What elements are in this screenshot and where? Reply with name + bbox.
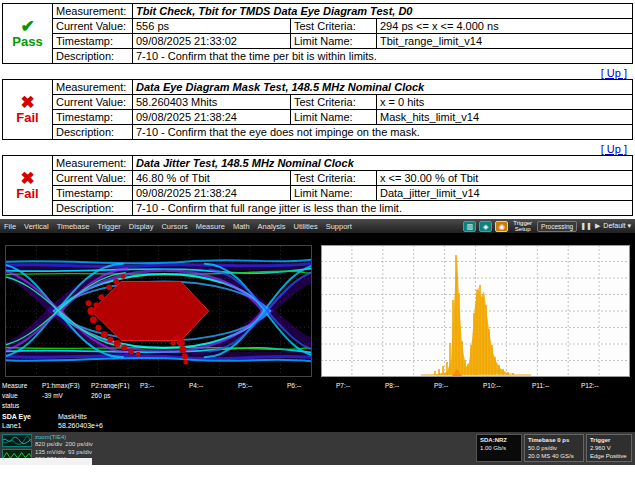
- measure-column-header[interactable]: P6:--: [287, 382, 336, 389]
- measure-column-header[interactable]: P5:--: [238, 382, 287, 389]
- limit-name: Mask_hits_limit_v14: [377, 110, 633, 125]
- menu-item[interactable]: Math: [229, 222, 254, 231]
- pause-icon[interactable]: ❚❚: [580, 222, 592, 230]
- measure-column-header[interactable]: P12:--: [581, 382, 630, 389]
- waveform-icon[interactable]: ◈: [479, 221, 492, 232]
- jitter-histogram-panel: [321, 245, 630, 377]
- test-result-block-2: ✖ Fail Measurement: Data Eye Diagram Mas…: [2, 79, 633, 140]
- eye-diagram-svg: [6, 246, 311, 376]
- measure-value: [238, 392, 287, 399]
- up-link-row: [ Up ]: [0, 64, 635, 79]
- measure-value: [385, 392, 434, 399]
- description-label: Description:: [53, 201, 133, 216]
- camera-icon[interactable]: ◉: [495, 221, 508, 232]
- menu-item[interactable]: Cursors: [157, 222, 191, 231]
- menu-item[interactable]: Analysis: [254, 222, 290, 231]
- measure-column-header[interactable]: P7:--: [336, 382, 385, 389]
- test-criteria-label: Test Criteria:: [291, 95, 377, 110]
- default-dropdown[interactable]: Default ▾: [603, 222, 631, 230]
- grid-icon[interactable]: ▥: [463, 221, 476, 232]
- measure-column-header[interactable]: P8:--: [385, 382, 434, 389]
- sda-summary: SDA Eye MaskHits Lane1 58.260403e+6: [2, 412, 198, 430]
- measure-column-header[interactable]: P4:--: [189, 382, 238, 389]
- eye-diagram-panel: [5, 245, 312, 377]
- measurement-title: Tbit Check, Tbit for TMDS Data Eye Diagr…: [133, 4, 633, 19]
- cross-icon: ✖: [3, 95, 52, 111]
- sda-nrz-rate: 1.00 Gb/s: [480, 444, 518, 452]
- measure-column-header[interactable]: P11:--: [532, 382, 581, 389]
- menu-item[interactable]: Measure: [192, 222, 229, 231]
- up-link[interactable]: [ Up ]: [601, 67, 627, 79]
- status-cell: ✖ Fail: [3, 80, 53, 140]
- measure-column-header[interactable]: P3:--: [140, 382, 189, 389]
- description: 7-10 - Confirm that the eye does not imp…: [133, 125, 633, 140]
- test-criteria: 294 ps <= x <= 4.000 ns: [377, 19, 633, 34]
- menu-item[interactable]: Display: [125, 222, 158, 231]
- trigger-setup-button[interactable]: Trigger Setup: [511, 220, 534, 232]
- zoom-descriptor-1[interactable]: zoom(TIE4) 820 ps/div 200 ps/div: [2, 434, 93, 448]
- measure-status-row: status: [2, 400, 635, 410]
- limit-name: Data_jitter_limit_v14: [377, 186, 633, 201]
- up-link[interactable]: [ Up ]: [601, 143, 627, 155]
- menu-item[interactable]: Timebase: [53, 222, 94, 231]
- sda-maskhits-value: 58.260403e+6: [58, 421, 198, 430]
- zoom1-scale-2: 200 ps/div: [65, 441, 92, 448]
- timebase-scale: 50.0 ps/div: [528, 444, 580, 452]
- timebase-box[interactable]: Timebase 0 ps 50.0 ps/div 20.0 MS 40 GS/…: [524, 434, 584, 462]
- histogram-svg: [321, 245, 630, 377]
- measure-table: Measure P1:hmax(F3)P2:range(F1)P3:--P4:-…: [2, 380, 635, 410]
- description: 7-10 - Confirm that the time per bit is …: [133, 49, 633, 64]
- timebase-label: Timebase 0 ps: [528, 436, 580, 444]
- scope-menubar: FileVerticalTimebaseTriggerDisplayCursor…: [0, 219, 635, 233]
- status-cell: ✔ Pass: [3, 4, 53, 64]
- menu-item[interactable]: Utilities: [290, 222, 322, 231]
- test-report: ✔ Pass Measurement: Tbit Check, Tbit for…: [0, 0, 635, 216]
- measurement-title: Data Eye Diagram Mask Test, 148.5 MHz No…: [133, 80, 633, 95]
- trigger-box[interactable]: Trigger 2.960 V Edge Positive: [586, 434, 632, 462]
- sda-column-header: MaskHits: [58, 412, 198, 421]
- menu-item[interactable]: Vertical: [20, 222, 53, 231]
- status-label: Fail: [3, 111, 52, 124]
- measure-column-header[interactable]: P10:--: [483, 382, 532, 389]
- measure-header-row: Measure P1:hmax(F3)P2:range(F1)P3:--P4:-…: [2, 380, 635, 390]
- limit-name-label: Limit Name:: [291, 110, 377, 125]
- zoom2-scale-2: 93 ps/div: [68, 449, 92, 456]
- measurement-label: Measurement:: [53, 156, 133, 171]
- current-value-label: Current Value:: [53, 19, 133, 34]
- sda-lane: Lane1: [2, 421, 58, 430]
- test-criteria: x = 0 hits: [377, 95, 633, 110]
- status-cell: ✖ Fail: [3, 156, 53, 216]
- measure-column-header[interactable]: P1:hmax(F3): [42, 382, 91, 389]
- value-row-label: value: [2, 392, 42, 399]
- status-label: Pass: [3, 35, 52, 48]
- menu-item[interactable]: File: [0, 222, 20, 231]
- status-row-label: status: [2, 402, 42, 409]
- measure-value-row: value -39 mV260 ps: [2, 390, 635, 400]
- current-value: 46.80 % of Tbit: [133, 171, 291, 186]
- measure-column-header[interactable]: P2:range(F1): [91, 382, 140, 389]
- measurement-label: Measurement:: [53, 80, 133, 95]
- sda-nrz-box[interactable]: SDA:NRZ 1.00 Gb/s: [476, 434, 522, 462]
- limit-name: Tbit_range_limit_v14: [377, 34, 633, 49]
- measure-value: [140, 392, 189, 399]
- measure-value: [532, 392, 581, 399]
- menu-item[interactable]: Trigger: [93, 222, 124, 231]
- measure-column-header[interactable]: P9:--: [434, 382, 483, 389]
- cross-icon: ✖: [3, 171, 52, 187]
- description: 7-10 - Confirm that full range jitter is…: [133, 201, 633, 216]
- limit-name-label: Limit Name:: [291, 186, 377, 201]
- sda-nrz-label: SDA:NRZ: [480, 436, 518, 444]
- timestamp: 09/08/2025 21:38:24: [133, 110, 291, 125]
- timestamp: 09/08/2025 21:33:02: [133, 34, 291, 49]
- description-label: Description:: [53, 125, 133, 140]
- current-value: 556 ps: [133, 19, 291, 34]
- play-icon[interactable]: ▶: [595, 222, 600, 230]
- message-strip: [0, 458, 92, 465]
- zoom-thumbnail-1[interactable]: [2, 434, 32, 447]
- test-criteria-label: Test Criteria:: [291, 19, 377, 34]
- processing-button[interactable]: Processing: [537, 221, 577, 232]
- menu-item[interactable]: Support: [322, 222, 356, 231]
- test-criteria: x <= 30.00 % of Tbit: [377, 171, 633, 186]
- oscilloscope-screenshot: FileVerticalTimebaseTriggerDisplayCursor…: [0, 219, 635, 465]
- measure-row-label: Measure: [2, 382, 42, 389]
